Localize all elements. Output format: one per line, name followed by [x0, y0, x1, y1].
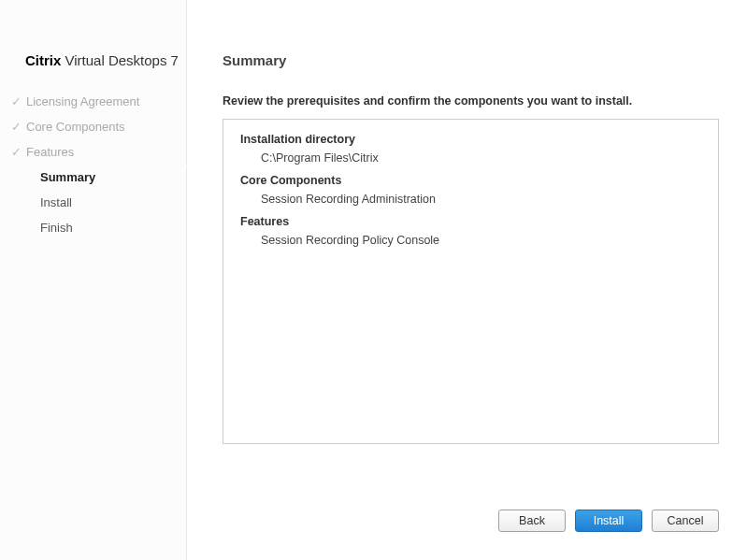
product-brand: Citrix: [25, 52, 61, 68]
check-icon: ✓: [11, 120, 24, 134]
nav-item-finish: Finish: [25, 221, 186, 235]
check-icon: ✓: [11, 94, 24, 108]
nav-item-summary[interactable]: Summary: [25, 170, 186, 184]
install-button[interactable]: Install: [575, 510, 642, 532]
page-subtitle: Review the prerequisites and confirm the…: [223, 94, 719, 108]
section-header-installation-directory: Installation directory: [240, 133, 701, 146]
button-bar: Back Install Cancel: [498, 510, 719, 532]
nav-label: Summary: [40, 170, 95, 184]
section-item: C:\Program Files\Citrix: [261, 151, 701, 165]
nav-item-licensing-agreement[interactable]: ✓ Licensing Agreement: [25, 94, 186, 108]
product-title: Citrix Virtual Desktops 7: [25, 52, 186, 68]
back-button[interactable]: Back: [498, 510, 566, 532]
nav-label: Core Components: [26, 120, 125, 134]
section-header-core-components: Core Components: [240, 174, 701, 187]
main-panel: Summary Review the prerequisites and con…: [187, 0, 747, 560]
product-name: Virtual Desktops 7: [65, 52, 179, 68]
nav-item-features[interactable]: ✓ Features: [25, 145, 186, 159]
nav-item-install: Install: [25, 195, 186, 209]
section-header-features: Features: [240, 215, 701, 228]
section-item: Session Recording Administration: [261, 193, 701, 206]
nav-label: Features: [26, 145, 74, 159]
check-icon: ✓: [11, 145, 24, 159]
section-item: Session Recording Policy Console: [261, 234, 701, 247]
sidebar: Citrix Virtual Desktops 7 ✓ Licensing Ag…: [0, 0, 187, 560]
nav-label: Install: [40, 195, 72, 209]
nav-item-core-components[interactable]: ✓ Core Components: [25, 120, 186, 134]
nav-label: Licensing Agreement: [26, 94, 139, 108]
nav-label: Finish: [40, 221, 73, 235]
cancel-button[interactable]: Cancel: [652, 510, 719, 532]
page-title: Summary: [223, 52, 719, 68]
summary-box: Installation directory C:\Program Files\…: [223, 119, 719, 444]
